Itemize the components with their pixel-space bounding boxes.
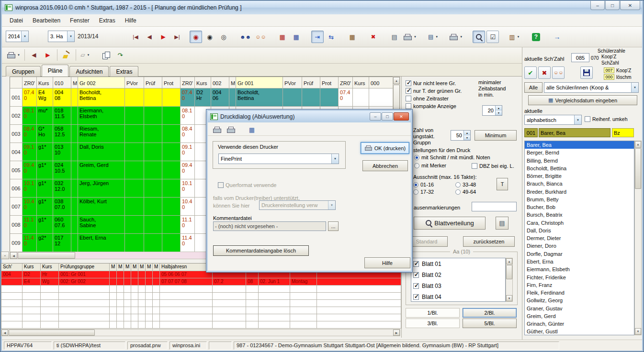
year-dropdown[interactable]: 2014 ▼ (6, 31, 29, 42)
dropdown-arrow-icon[interactable]: ▼ (328, 201, 335, 209)
grid-cell[interactable]: G* Ho (37, 125, 53, 143)
clean-icon[interactable] (60, 49, 73, 61)
radio-mit-schnitt-mit-mündl-noten[interactable]: mit Schnitt / mit mündl. Noten (414, 154, 490, 160)
exit-icon[interactable]: → (551, 31, 563, 43)
student-item[interactable]: Bursch, Beatrix (525, 211, 634, 219)
grid-cell[interactable] (71, 125, 78, 143)
spin-down-icon[interactable]: ▼ (464, 135, 470, 140)
grid-cell[interactable]: D2 Hr (195, 88, 211, 107)
grid-cell[interactable] (144, 198, 162, 216)
student-filter-select[interactable]: alle Schüler/innen (Koop & ▼ (544, 82, 639, 93)
grid-cell[interactable]: Kölbel, Kurt (78, 198, 125, 216)
spin-down-icon[interactable]: ▼ (496, 110, 502, 115)
sheet-options-button[interactable]: ▤ (496, 217, 508, 230)
nav-first-icon[interactable]: |◀ (129, 31, 142, 43)
dropdown-arrow-icon[interactable]: ▼ (631, 83, 638, 92)
checkbox-kompakte-anzeige[interactable]: kompakte Anzeige (406, 103, 462, 109)
grid-cell[interactable]: 013 10 (53, 143, 71, 161)
dropdown-arrow-icon[interactable]: ▼ (67, 31, 74, 42)
grid-cell[interactable] (144, 179, 162, 198)
dialog-minimize-button[interactable]: – (370, 112, 381, 121)
grid-cell[interactable]: Bocholdt, Bettina (236, 88, 283, 107)
grid-cell[interactable]: 005 (10, 161, 23, 179)
student-item[interactable]: Gollwitz, Georg (525, 297, 634, 304)
reset-button[interactable]: zurücksetzen (463, 236, 515, 247)
grid-cell[interactable]: Riesam, Renate (78, 125, 125, 143)
spin-up-icon[interactable]: ▲ (496, 106, 502, 110)
takt-count-spinner[interactable]: 50 ▲ ▼ (451, 130, 471, 141)
grid-cell[interactable]: 09.1 0 (181, 143, 195, 161)
exam-room-icon[interactable]: ⇥ (311, 31, 324, 43)
grid-cell[interactable]: 11.4 0 (23, 234, 37, 252)
grid-cell[interactable]: 11.4 0 (181, 234, 195, 252)
ok-button[interactable]: OK (drucken) (361, 142, 409, 154)
grid-cell[interactable]: 058 12.5 (53, 125, 71, 143)
menu-datei[interactable]: Datei (5, 15, 28, 26)
grid-cell[interactable]: 024 10.5 (53, 161, 71, 179)
grid-cell[interactable]: 017 12 (53, 234, 71, 252)
print-plan-dropdown[interactable]: ▼ (448, 31, 464, 43)
grid-cell[interactable]: g1* (37, 161, 53, 179)
student-item[interactable]: Berger, Bernd (525, 149, 634, 156)
sheet-blatt-01[interactable]: Blatt 01 (411, 258, 505, 269)
grid-cell[interactable] (162, 88, 181, 107)
range-33-48[interactable]: 33-48 (455, 182, 497, 187)
grid-cell[interactable]: 038 07.0 (53, 198, 71, 216)
grid-cell[interactable]: Jerg, Jürgen (78, 179, 125, 198)
grid-cell[interactable] (320, 88, 339, 107)
grid-cell[interactable]: E4 Wg (37, 88, 53, 107)
min-gap-spinner[interactable]: 20 ▲ ▼ (482, 105, 502, 116)
scroll-up-icon[interactable]: ▲ (635, 141, 641, 148)
scroll-thumb[interactable] (18, 252, 75, 259)
groups-icon[interactable]: ☺☺ (552, 66, 565, 79)
grid-cell[interactable]: 032 12.0 (53, 179, 71, 198)
per-sheet-button-2-bl[interactable]: 2/Bl. (463, 308, 517, 318)
confirm-toggle[interactable]: ☑ (486, 31, 499, 43)
student-item[interactable]: Graner, Gustav (525, 305, 634, 312)
grid-cell[interactable]: 10.4 0 (23, 198, 37, 216)
grid-cell[interactable]: 060 07.6 (53, 216, 71, 234)
period-dropdown[interactable]: 3. Ha ▼ (48, 31, 75, 42)
student-item[interactable]: Ebert, Erna (525, 258, 634, 265)
target-active-icon[interactable]: ◉ (190, 31, 202, 43)
grid-cell[interactable]: 09.4 0 (181, 161, 195, 179)
remove-icon[interactable]: ✖ (538, 66, 551, 79)
room-swap-icon[interactable]: ⇆ (325, 31, 338, 43)
scroll-up-icon[interactable]: ▲ (393, 77, 400, 84)
student-item[interactable]: Börner, Brigitte (525, 172, 634, 180)
grid-cell[interactable] (71, 143, 78, 161)
student-item[interactable]: Grinach, Günter (525, 320, 634, 328)
eraser-dropdown[interactable]: ▱▼ (79, 49, 91, 61)
grid-cell[interactable] (229, 88, 236, 107)
scroll-up-icon[interactable]: ▲ (506, 258, 512, 264)
timetable-icon[interactable]: ▦ (346, 31, 359, 43)
grid-cell[interactable] (144, 143, 162, 161)
grid-corner-button[interactable]: « (1, 252, 9, 259)
grid-cell[interactable] (162, 125, 181, 143)
grid-cell[interactable]: Ebert, Erna (78, 234, 125, 252)
grid-cell[interactable]: Sauch, Sabine (78, 216, 125, 234)
printer-settings-select[interactable]: Druckereinstellung verw ▼ (259, 200, 336, 210)
grid-plan-icon[interactable]: ▤ (388, 31, 401, 43)
dropdown-arrow-icon[interactable]: ▼ (21, 31, 28, 42)
report-dropdown[interactable]: ▤▼ (427, 31, 440, 43)
students-scrollbar[interactable]: ▲ ▼ (634, 141, 642, 335)
minimize-button[interactable]: – (590, 1, 605, 10)
comparison-date-button[interactable]: ▦ Vergleichsdatum eingeben (528, 95, 637, 105)
grid-cell[interactable]: 004 06 (211, 88, 229, 107)
per-sheet-button-3-bl[interactable]: 3/Bl. (406, 319, 460, 328)
grid-cell[interactable]: 006 (10, 179, 23, 198)
grid-cell[interactable]: 07.4 0 (339, 88, 353, 107)
scroll-thumb[interactable] (506, 265, 512, 279)
grid-cell[interactable] (144, 88, 162, 107)
student-item[interactable]: Bocholdt, Bettina (525, 165, 634, 172)
print-list-dropdown[interactable]: ▼ (402, 31, 418, 43)
menu-hilfe[interactable]: Hilfe (120, 15, 141, 26)
tab-pläne[interactable]: Pläne (42, 65, 69, 77)
scroll-left-icon[interactable]: ◀ (1, 330, 8, 336)
grid-cell[interactable] (125, 125, 144, 143)
cancel-button[interactable]: Abbrechen (362, 160, 408, 171)
checkbox-dbz-bei-eig-l[interactable]: DBZ bei eig. L. (472, 163, 514, 169)
close-button[interactable]: ✕ (620, 1, 640, 10)
grid-cell[interactable]: g1* (37, 198, 53, 216)
